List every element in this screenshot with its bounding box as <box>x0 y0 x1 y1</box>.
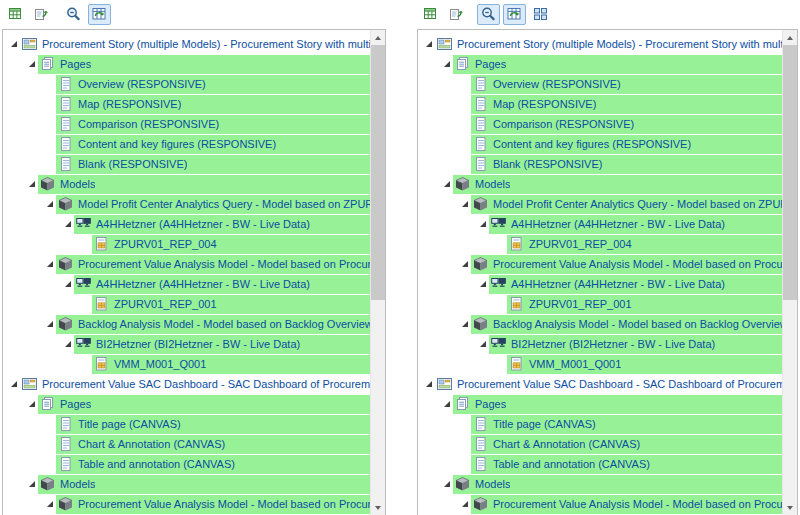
expand-arrow-icon[interactable] <box>25 474 38 494</box>
tree-row[interactable]: Chart & Annotation (CANVAS) <box>418 434 782 454</box>
sync-scroll-button[interactable] <box>88 4 111 25</box>
tree-row[interactable]: Procurement Value SAC Dashboard - SAC Da… <box>418 374 782 394</box>
expand-arrow-icon[interactable] <box>61 214 74 234</box>
left-vertical-scrollbar[interactable] <box>370 30 385 515</box>
expand-arrow-icon[interactable] <box>422 34 435 54</box>
export-edit-button[interactable] <box>445 4 468 25</box>
expand-arrow-icon[interactable] <box>440 394 453 414</box>
scroll-up-button[interactable] <box>371 30 385 45</box>
grid-view-button[interactable] <box>529 4 552 25</box>
tree-row[interactable]: Chart & Annotation (CANVAS) <box>3 434 370 454</box>
tree-row[interactable]: Backlog Analysis Model - Model based on … <box>3 314 370 334</box>
right-vertical-scrollbar[interactable] <box>782 30 797 515</box>
tree-row[interactable]: Map (RESPONSIVE) <box>3 94 370 114</box>
scroll-up-button[interactable] <box>783 30 797 45</box>
export-edit-button[interactable] <box>30 4 53 25</box>
indent-spacer <box>418 54 440 74</box>
tree-row[interactable]: ZPURV01_REP_001 <box>3 294 370 314</box>
node-content: Chart & Annotation (CANVAS) <box>471 435 782 454</box>
tree-row[interactable]: Pages <box>3 54 370 74</box>
tree-row[interactable]: Blank (RESPONSIVE) <box>418 154 782 174</box>
expand-arrow-icon[interactable] <box>25 54 38 74</box>
tree-row[interactable]: Procurement Story (multiple Models) - Pr… <box>418 34 782 54</box>
tree-row[interactable]: Table and annotation (CANVAS) <box>3 454 370 474</box>
tree-row[interactable]: Content and key figures (RESPONSIVE) <box>3 134 370 154</box>
page-icon <box>58 437 74 451</box>
tree-row[interactable]: Procurement Value Analysis Model - Model… <box>418 494 782 514</box>
tree-row[interactable]: ZPURV01_REP_001 <box>418 294 782 314</box>
expand-arrow-icon[interactable] <box>440 474 453 494</box>
tree-row[interactable]: Overview (RESPONSIVE) <box>3 74 370 94</box>
scrollbar-thumb[interactable] <box>783 45 797 300</box>
tree-row[interactable]: Model Profit Center Analytics Query - Mo… <box>3 194 370 214</box>
tree-row[interactable]: Models <box>418 174 782 194</box>
tree-row[interactable]: A4HHetzner (A4HHetzner - BW - Live Data) <box>418 274 782 294</box>
expand-arrow-icon[interactable] <box>43 194 56 214</box>
expand-arrow-icon[interactable] <box>61 334 74 354</box>
tree-row[interactable]: Map (RESPONSIVE) <box>418 94 782 114</box>
tree-row[interactable]: A4HHetzner (A4HHetzner - BW - Live Data) <box>3 274 370 294</box>
node-label: VMM_M001_Q001 <box>529 358 621 370</box>
tree-row[interactable]: Procurement Value Analysis Model - Model… <box>3 254 370 274</box>
expand-arrow-icon[interactable] <box>458 314 471 334</box>
indent-spacer <box>418 74 458 94</box>
tree-row[interactable]: Model Profit Center Analytics Query - Mo… <box>418 194 782 214</box>
expand-arrow-icon[interactable] <box>7 374 20 394</box>
expand-arrow-icon[interactable] <box>440 54 453 74</box>
export-table-button[interactable] <box>4 4 27 25</box>
tree-row[interactable]: Comparison (RESPONSIVE) <box>3 114 370 134</box>
tree-row[interactable]: Pages <box>3 394 370 414</box>
export-table-button[interactable] <box>419 4 442 25</box>
tree-row[interactable]: Procurement Value Analysis Model - Model… <box>418 254 782 274</box>
tree-row[interactable]: ZPURV01_REP_004 <box>418 234 782 254</box>
expand-arrow-icon[interactable] <box>476 334 489 354</box>
tree-row[interactable]: Title page (CANVAS) <box>418 414 782 434</box>
tree-row[interactable]: Models <box>418 474 782 494</box>
tree-row[interactable]: Pages <box>418 54 782 74</box>
expand-arrow-icon[interactable] <box>476 274 489 294</box>
tree-row[interactable]: Procurement Value Analysis Model - Model… <box>3 494 370 514</box>
tree-row[interactable]: Comparison (RESPONSIVE) <box>418 114 782 134</box>
tree-row[interactable]: A4HHetzner (A4HHetzner - BW - Live Data) <box>3 214 370 234</box>
tree-row[interactable]: Title page (CANVAS) <box>3 414 370 434</box>
tree-row[interactable]: Procurement Value SAC Dashboard - SAC Da… <box>3 374 370 394</box>
expand-arrow-icon[interactable] <box>458 254 471 274</box>
expand-arrow-icon[interactable] <box>476 214 489 234</box>
tree-row[interactable]: Models <box>3 174 370 194</box>
expand-arrow-icon[interactable] <box>43 494 56 514</box>
tree-row[interactable]: A4HHetzner (A4HHetzner - BW - Live Data) <box>418 214 782 234</box>
tree-row[interactable]: Pages <box>418 394 782 414</box>
arrow-placeholder <box>494 354 507 374</box>
zoom-out-button[interactable] <box>62 4 85 25</box>
tree-row[interactable]: Backlog Analysis Model - Model based on … <box>418 314 782 334</box>
expand-arrow-icon[interactable] <box>440 174 453 194</box>
expand-arrow-icon[interactable] <box>25 394 38 414</box>
tree-row[interactable]: Table and annotation (CANVAS) <box>418 454 782 474</box>
tree-row[interactable]: Blank (RESPONSIVE) <box>3 154 370 174</box>
tree-row[interactable]: ZPURV01_REP_004 <box>3 234 370 254</box>
expand-arrow-icon[interactable] <box>25 174 38 194</box>
model-icon <box>473 317 489 331</box>
tree-row[interactable]: Procurement Story (multiple Models) - Pr… <box>3 34 370 54</box>
scroll-down-button[interactable] <box>371 500 385 515</box>
tree-row[interactable]: VMM_M001_Q001 <box>3 354 370 374</box>
expand-arrow-icon[interactable] <box>43 254 56 274</box>
tree-row[interactable]: VMM_M001_Q001 <box>418 354 782 374</box>
arrow-placeholder <box>458 414 471 434</box>
tree-row[interactable]: Content and key figures (RESPONSIVE) <box>418 134 782 154</box>
expand-arrow-icon[interactable] <box>61 274 74 294</box>
expand-arrow-icon[interactable] <box>458 194 471 214</box>
tree-row[interactable]: BI2Hetzner (BI2Hetzner - BW - Live Data) <box>418 334 782 354</box>
scrollbar-thumb[interactable] <box>371 45 385 300</box>
tree-row[interactable]: BI2Hetzner (BI2Hetzner - BW - Live Data) <box>3 334 370 354</box>
tree-row[interactable]: Models <box>3 474 370 494</box>
scroll-down-button[interactable] <box>783 500 797 515</box>
expand-arrow-icon[interactable] <box>43 314 56 334</box>
zoom-out-button[interactable] <box>477 4 500 25</box>
expand-arrow-icon[interactable] <box>422 374 435 394</box>
sync-scroll-button[interactable] <box>503 4 526 25</box>
expand-arrow-icon[interactable] <box>458 494 471 514</box>
tree-row[interactable]: Overview (RESPONSIVE) <box>418 74 782 94</box>
expand-arrow-icon[interactable] <box>7 34 20 54</box>
node-label: A4HHetzner (A4HHetzner - BW - Live Data) <box>96 218 310 230</box>
